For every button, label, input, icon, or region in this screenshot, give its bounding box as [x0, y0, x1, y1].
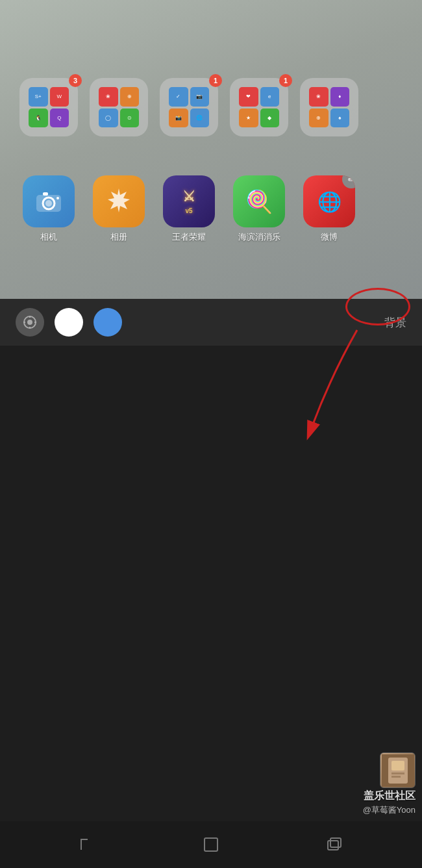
folder-grid-2: ❀ ⊕ ◯ ⊙ — [96, 84, 142, 130]
mini-icon: Q — [50, 108, 69, 128]
app-candy[interactable]: 🍭 海滨消消乐 — [230, 175, 288, 243]
author-label: @草莓酱Yoon — [363, 804, 416, 816]
svg-rect-16 — [391, 776, 401, 778]
app-weibo[interactable]: 🌐 ✏ 微博 — [300, 175, 358, 243]
app-album[interactable]: 相册 — [90, 175, 148, 243]
back-button[interactable] — [71, 832, 104, 858]
mini-icon: ✓ — [169, 87, 188, 107]
album-label: 相册 — [110, 231, 127, 243]
app-folder-5[interactable]: ❀ ♦ ⊕ ♠ — [300, 78, 358, 136]
svg-rect-19 — [330, 838, 341, 847]
home-button[interactable] — [195, 832, 227, 858]
svg-rect-17 — [205, 838, 217, 851]
weibo-icon: 🌐 ✏ — [303, 175, 355, 227]
badge-3: 1 — [209, 74, 222, 87]
white-dot[interactable] — [55, 308, 83, 337]
recent-button[interactable] — [318, 832, 351, 858]
mini-icon: ❀ — [99, 87, 118, 107]
watermark: 盖乐世社区 @草莓酱Yoon — [363, 752, 416, 816]
magic-dot[interactable] — [16, 308, 44, 337]
app-folder-2[interactable]: ❀ ⊕ ◯ ⊙ — [90, 78, 148, 136]
mini-icon: S+ — [29, 87, 48, 107]
mini-icon: 🐧 — [29, 108, 48, 128]
camera-label: 相机 — [40, 231, 57, 243]
toolbar: 背景 — [0, 299, 422, 346]
mini-icon: ♠ — [330, 108, 350, 128]
badge-4: 1 — [279, 74, 292, 87]
badge-1: 3 — [69, 74, 82, 87]
folder-grid-3: ✓ 📷 📸 🌐 — [166, 84, 212, 130]
mini-icon: ♦ — [330, 87, 350, 107]
bottom-panel: 背景 — [0, 299, 422, 868]
camera-icon — [23, 175, 75, 227]
candy-label: 海滨消消乐 — [238, 231, 280, 243]
mini-icon: ⊕ — [120, 87, 140, 107]
svg-point-2 — [45, 200, 52, 207]
svg-rect-15 — [391, 772, 404, 774]
blue-dot[interactable] — [93, 308, 122, 337]
svg-rect-14 — [391, 761, 404, 771]
album-icon — [93, 175, 145, 227]
nav-bar — [0, 821, 422, 868]
weibo-label: 微博 — [321, 231, 338, 243]
wallpaper-area: 3 S+ W 🐧 Q ❀ ⊕ ◯ ⊙ 1 ✓ 📷 📸 � — [0, 0, 422, 299]
mini-icon: 📷 — [190, 87, 210, 107]
svg-point-4 — [56, 197, 59, 199]
mini-icon: e — [260, 87, 280, 107]
mini-icon: ❀ — [309, 87, 329, 107]
folder-row: 3 S+ W 🐧 Q ❀ ⊕ ◯ ⊙ 1 ✓ 📷 📸 � — [0, 58, 378, 136]
background-button[interactable]: 背景 — [384, 315, 406, 330]
app-row: 相机 相册 ⚔ v5 王者荣耀 🍭 — [0, 175, 378, 243]
app-camera[interactable]: 相机 — [19, 175, 78, 243]
app-folder-1[interactable]: 3 S+ W 🐧 Q — [19, 78, 78, 136]
content-area — [0, 346, 422, 821]
app-folder-4[interactable]: 1 ❤ e ★ ◆ — [230, 78, 288, 136]
mini-icon: ◆ — [260, 108, 280, 128]
game-icon: ⚔ v5 — [163, 175, 215, 227]
app-folder-3[interactable]: 1 ✓ 📷 📸 🌐 — [160, 78, 218, 136]
watermark-thumb — [380, 752, 416, 788]
mini-icon: W — [50, 87, 69, 107]
mini-icon: ★ — [239, 108, 258, 128]
mini-icon: ◯ — [99, 108, 118, 128]
mini-icon: ❤ — [239, 87, 258, 107]
community-label: 盖乐世社区 — [364, 789, 416, 803]
mini-icon: ⊕ — [309, 108, 329, 128]
game-label: 王者荣耀 — [172, 231, 206, 243]
folder-grid-5: ❀ ♦ ⊕ ♠ — [306, 84, 352, 130]
mini-icon: ⊙ — [120, 108, 140, 128]
edit-overlay: ✏ — [342, 175, 355, 188]
folder-grid-4: ❤ e ★ ◆ — [236, 84, 282, 130]
mini-icon: 📸 — [169, 108, 188, 128]
mini-icon: 🌐 — [190, 108, 210, 128]
folder-grid-1: S+ W 🐧 Q — [26, 84, 71, 130]
svg-point-6 — [27, 320, 32, 325]
svg-rect-3 — [43, 192, 48, 196]
svg-rect-18 — [328, 841, 338, 850]
app-game[interactable]: ⚔ v5 王者荣耀 — [160, 175, 218, 243]
candy-icon: 🍭 — [233, 175, 285, 227]
